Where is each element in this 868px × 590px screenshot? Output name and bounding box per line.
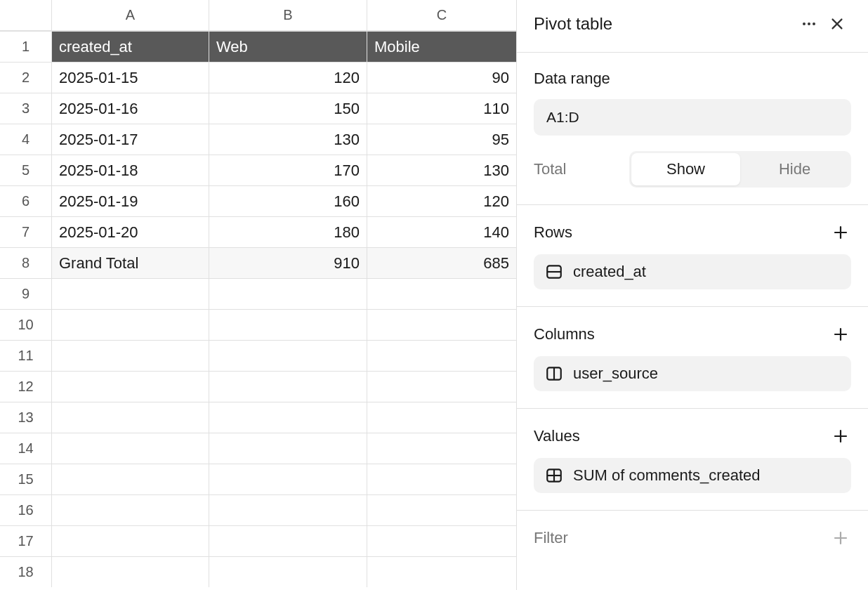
cell[interactable]	[209, 494, 367, 525]
row-header[interactable]: 12	[0, 371, 51, 402]
cell[interactable]	[51, 402, 209, 433]
cell[interactable]: 90	[367, 62, 516, 93]
cell[interactable]: created_at	[51, 31, 209, 62]
cell[interactable]	[367, 402, 516, 433]
cell[interactable]: 2025-01-16	[51, 93, 209, 124]
cell[interactable]	[51, 371, 209, 402]
row-header[interactable]: 4	[0, 124, 51, 155]
column-header[interactable]: B	[209, 0, 367, 31]
columns-field-pill[interactable]: user_source	[534, 356, 851, 391]
cell[interactable]: 685	[367, 247, 516, 278]
values-field-pill[interactable]: SUM of comments_created	[534, 458, 851, 493]
total-show-button[interactable]: Show	[631, 153, 740, 185]
row-header[interactable]: 17	[0, 525, 51, 556]
panel-title: Pivot table	[534, 14, 795, 34]
data-range-input[interactable]	[534, 99, 851, 136]
cell[interactable]	[209, 433, 367, 464]
cell[interactable]: 130	[367, 155, 516, 185]
column-header[interactable]: A	[51, 0, 209, 31]
cell[interactable]	[367, 371, 516, 402]
cell[interactable]: 150	[209, 93, 367, 124]
row-header[interactable]: 11	[0, 340, 51, 371]
data-range-label: Data range	[534, 70, 851, 88]
cell[interactable]: Web	[209, 31, 367, 62]
row-header[interactable]: 16	[0, 494, 51, 525]
cell[interactable]: 120	[209, 62, 367, 93]
cell[interactable]: 170	[209, 155, 367, 185]
cell[interactable]	[209, 402, 367, 433]
add-filter-button[interactable]	[830, 527, 851, 549]
svg-point-1	[808, 22, 810, 25]
add-value-button[interactable]	[830, 426, 851, 447]
pivot-panel: Pivot table Data range Total Show Hide R…	[516, 0, 868, 590]
cell[interactable]	[51, 525, 209, 556]
row-header[interactable]: 6	[0, 185, 51, 216]
cell[interactable]: 95	[367, 124, 516, 155]
row-header[interactable]: 13	[0, 402, 51, 433]
row-header[interactable]: 5	[0, 155, 51, 185]
more-menu-button[interactable]	[795, 10, 823, 38]
cell[interactable]: 910	[209, 247, 367, 278]
cell[interactable]: 2025-01-20	[51, 216, 209, 247]
svg-point-2	[813, 22, 815, 25]
row-header[interactable]: 9	[0, 278, 51, 309]
cell[interactable]: 2025-01-15	[51, 62, 209, 93]
plus-icon	[832, 530, 849, 546]
total-hide-button[interactable]: Hide	[740, 153, 849, 185]
plus-icon	[832, 428, 849, 445]
cell[interactable]	[367, 309, 516, 340]
cell[interactable]	[51, 340, 209, 371]
cell[interactable]: 180	[209, 216, 367, 247]
row-header[interactable]: 3	[0, 93, 51, 124]
cell[interactable]	[51, 433, 209, 464]
cell[interactable]	[367, 278, 516, 309]
columns-icon	[545, 365, 563, 383]
cell[interactable]: 130	[209, 124, 367, 155]
spreadsheet-area[interactable]: ABC1created_atWebMobile22025-01-15120903…	[0, 0, 516, 590]
close-panel-button[interactable]	[823, 10, 851, 38]
cell[interactable]	[367, 494, 516, 525]
cell[interactable]: 120	[367, 185, 516, 216]
cell[interactable]: Mobile	[367, 31, 516, 62]
row-header[interactable]: 14	[0, 433, 51, 464]
plus-icon	[832, 224, 849, 241]
row-header[interactable]: 7	[0, 216, 51, 247]
cell[interactable]	[51, 464, 209, 494]
cell[interactable]: 2025-01-18	[51, 155, 209, 185]
cell[interactable]	[209, 464, 367, 494]
rows-field-label: created_at	[573, 263, 646, 281]
cell[interactable]	[209, 309, 367, 340]
row-header[interactable]: 1	[0, 31, 51, 62]
cell[interactable]: 2025-01-19	[51, 185, 209, 216]
cell[interactable]: Grand Total	[51, 247, 209, 278]
row-header[interactable]: 18	[0, 556, 51, 587]
row-header[interactable]: 10	[0, 309, 51, 340]
rows-field-pill[interactable]: created_at	[534, 254, 851, 289]
add-row-button[interactable]	[830, 222, 851, 243]
row-header[interactable]: 15	[0, 464, 51, 494]
cell[interactable]	[209, 340, 367, 371]
row-header[interactable]: 8	[0, 247, 51, 278]
column-header[interactable]: C	[367, 0, 516, 31]
filter-section: Filter	[517, 511, 868, 577]
cell[interactable]	[51, 556, 209, 587]
cell[interactable]	[367, 464, 516, 494]
cell[interactable]	[367, 556, 516, 587]
cell[interactable]: 160	[209, 185, 367, 216]
cell[interactable]	[367, 433, 516, 464]
cell[interactable]	[209, 371, 367, 402]
cell[interactable]	[209, 278, 367, 309]
cell[interactable]: 140	[367, 216, 516, 247]
cell[interactable]	[367, 525, 516, 556]
cell[interactable]	[51, 494, 209, 525]
cell[interactable]: 110	[367, 93, 516, 124]
cell[interactable]	[51, 278, 209, 309]
cell[interactable]	[209, 525, 367, 556]
grid-icon	[545, 466, 563, 485]
cell[interactable]	[367, 340, 516, 371]
cell[interactable]: 2025-01-17	[51, 124, 209, 155]
row-header[interactable]: 2	[0, 62, 51, 93]
cell[interactable]	[209, 556, 367, 587]
cell[interactable]	[51, 309, 209, 340]
add-column-button[interactable]	[830, 324, 851, 345]
